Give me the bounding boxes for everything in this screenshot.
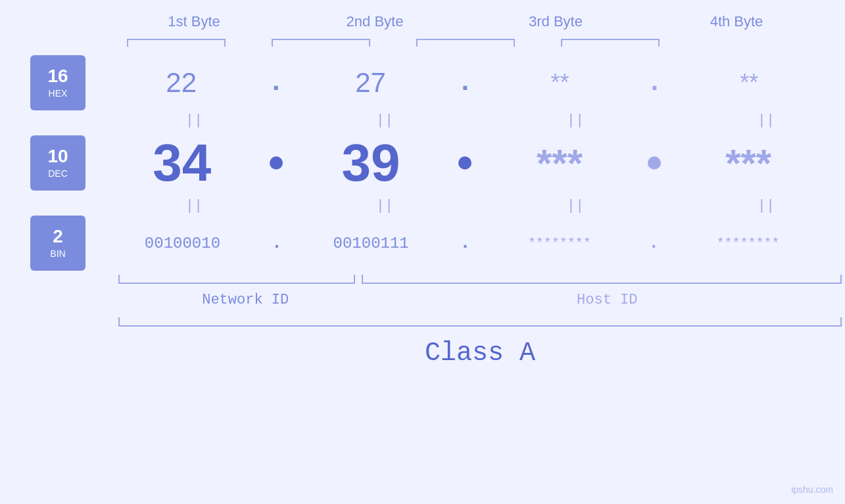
bin-b3: ******** [494, 236, 625, 251]
hex-b2: 27 [305, 67, 437, 99]
bin-dot3: . [648, 234, 660, 252]
dec-badge: 10 DEC [30, 135, 85, 191]
bracket-line-4 [561, 39, 660, 47]
bin-badge: 2 BIN [30, 216, 85, 271]
hex-b1-value: 22 [166, 67, 197, 98]
bracket-1 [104, 37, 249, 49]
bin-b1: 00100010 [116, 235, 248, 252]
bin-b2-value: 00100111 [333, 235, 409, 252]
class-label: Class A [118, 338, 842, 368]
byte3-header: 3rd Byte [483, 13, 628, 30]
dec-dot1 [270, 156, 283, 170]
bin-row: 2 BIN 00100010 . 00100111 . ******** . *… [0, 216, 845, 271]
id-labels-row: Network ID Host ID [118, 292, 842, 308]
bin-b3-value: ******** [528, 236, 591, 251]
dec-b2: 39 [305, 133, 437, 193]
hex-dot1: . [268, 69, 284, 97]
eq6: || [319, 198, 450, 214]
watermark: ipshu.com [791, 484, 833, 495]
hex-cells: 22 . 27 . ** . ** [85, 67, 845, 99]
hex-b1: 22 [116, 67, 247, 99]
network-bracket-line [118, 275, 355, 284]
hex-b4: ** [683, 69, 815, 97]
dec-b2-value: 39 [341, 133, 400, 192]
dec-dot3 [648, 156, 661, 170]
eq3: || [510, 112, 641, 129]
dec-b1: 34 [116, 133, 248, 193]
bracket-line-3 [416, 39, 515, 47]
bin-b4-value: ******** [717, 236, 780, 251]
dec-badge-num: 10 [47, 147, 68, 166]
main-container: 1st Byte 2nd Byte 3rd Byte 4th Byte 16 H… [0, 0, 845, 504]
byte2-header: 2nd Byte [302, 13, 447, 30]
hex-b2-value: 27 [355, 67, 386, 98]
dec-b4-value: *** [725, 141, 771, 185]
dec-b3: *** [494, 141, 625, 186]
bin-dot1: . [271, 234, 282, 252]
dec-dot2 [458, 156, 471, 170]
eq2: || [319, 112, 450, 129]
bin-dot2: . [460, 234, 471, 252]
bracket-4 [538, 37, 683, 49]
bracket-line-1 [127, 39, 226, 47]
hex-b3: ** [494, 69, 625, 97]
hex-dot2: . [457, 69, 473, 97]
bottom-brackets [118, 275, 842, 286]
dec-b4: *** [683, 141, 814, 186]
bracket-line-2 [272, 39, 370, 47]
host-bracket-line [362, 275, 842, 284]
dec-row: 10 DEC 34 39 *** *** [0, 130, 845, 196]
network-id-label: Network ID [118, 292, 372, 308]
byte1-header: 1st Byte [122, 13, 266, 30]
dec-badge-label: DEC [48, 168, 68, 179]
hex-badge-num: 16 [47, 67, 68, 85]
byte4-header: 4th Byte [664, 13, 809, 30]
hex-dot3: . [646, 69, 663, 97]
eq1: || [128, 112, 260, 129]
bracket-3 [393, 37, 538, 49]
class-bracket [118, 317, 842, 327]
eq4: || [700, 112, 832, 129]
dec-b3-value: *** [537, 141, 583, 185]
bin-b4: ******** [683, 236, 814, 251]
host-id-label: Host ID [372, 292, 842, 308]
bin-badge-label: BIN [50, 248, 65, 259]
bin-badge-num: 2 [53, 227, 63, 246]
bin-b1-value: 00100010 [145, 235, 220, 252]
hex-b3-value: ** [550, 69, 569, 96]
hex-row: 16 HEX 22 . 27 . ** . ** [0, 55, 845, 110]
bin-b2: 00100111 [305, 235, 437, 252]
bracket-2 [249, 37, 393, 49]
hex-b4-value: ** [740, 69, 758, 96]
hex-badge-label: HEX [49, 88, 68, 99]
equals-row-2: || || || || [118, 196, 842, 216]
top-brackets [104, 37, 827, 49]
dec-cells: 34 39 *** *** [85, 133, 845, 193]
eq7: || [510, 198, 641, 214]
hex-badge: 16 HEX [30, 55, 85, 110]
eq5: || [128, 198, 260, 214]
dec-b1-value: 34 [153, 133, 211, 192]
eq8: || [700, 198, 832, 214]
equals-row-1: || || || || [118, 110, 842, 130]
byte-headers: 1st Byte 2nd Byte 3rd Byte 4th Byte [104, 13, 827, 30]
bin-cells: 00100010 . 00100111 . ******** . *******… [85, 234, 845, 252]
